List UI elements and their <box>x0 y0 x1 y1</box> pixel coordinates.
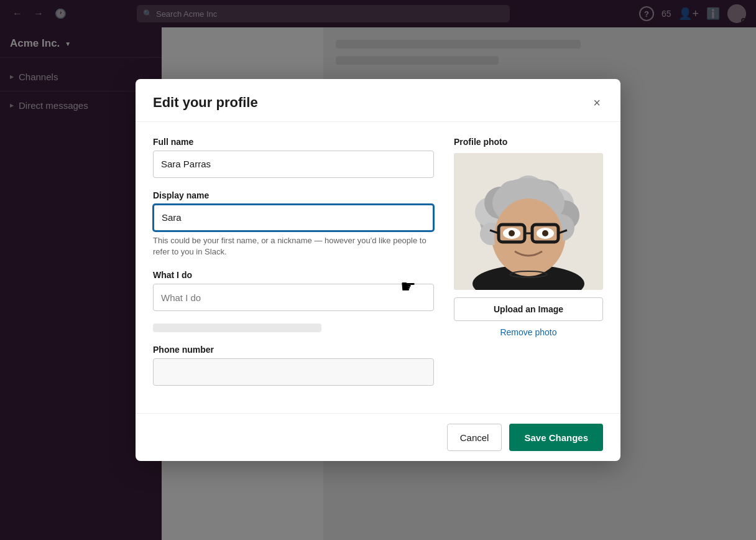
phone-number-input[interactable] <box>153 358 434 386</box>
modal-body: Full name Display name This could be you… <box>136 122 620 413</box>
what-i-do-input[interactable] <box>153 284 434 311</box>
profile-photo-svg <box>454 153 603 290</box>
svg-point-22 <box>509 230 515 236</box>
svg-point-24 <box>542 230 548 236</box>
locked-field-placeholder <box>153 324 434 332</box>
display-name-label: Display name <box>153 190 434 200</box>
full-name-field-group: Full name <box>153 137 434 178</box>
modal-footer: Cancel Save Changes <box>136 413 620 461</box>
full-name-input[interactable] <box>153 151 434 178</box>
close-button[interactable]: × <box>591 94 603 111</box>
save-changes-button[interactable]: Save Changes <box>509 424 603 451</box>
modal-header: Edit your profile × <box>136 79 620 122</box>
modal-overlay: Edit your profile × Full name Display na… <box>0 0 756 540</box>
modal-left-column: Full name Display name This could be you… <box>153 137 434 398</box>
what-i-do-field-group: What I do <box>153 270 434 311</box>
svg-point-15 <box>494 198 563 276</box>
display-name-field-group: Display name This could be your first na… <box>153 190 434 258</box>
profile-photo <box>454 153 603 290</box>
upload-image-button[interactable]: Upload an Image <box>454 297 603 321</box>
profile-photo-label: Profile photo <box>454 137 603 147</box>
what-i-do-label: What I do <box>153 270 434 280</box>
cancel-button[interactable]: Cancel <box>447 424 502 451</box>
display-name-input[interactable] <box>153 204 434 231</box>
phone-number-label: Phone number <box>153 345 434 355</box>
full-name-label: Full name <box>153 137 434 147</box>
display-name-hint: This could be your first name, or a nick… <box>153 235 434 258</box>
modal-title: Edit your profile <box>153 95 258 111</box>
modal-right-column: Profile photo <box>454 137 603 398</box>
remove-photo-link[interactable]: Remove photo <box>454 327 603 337</box>
edit-profile-modal: Edit your profile × Full name Display na… <box>136 79 620 461</box>
phone-number-field-group: Phone number <box>153 345 434 386</box>
placeholder-bar <box>153 324 321 332</box>
